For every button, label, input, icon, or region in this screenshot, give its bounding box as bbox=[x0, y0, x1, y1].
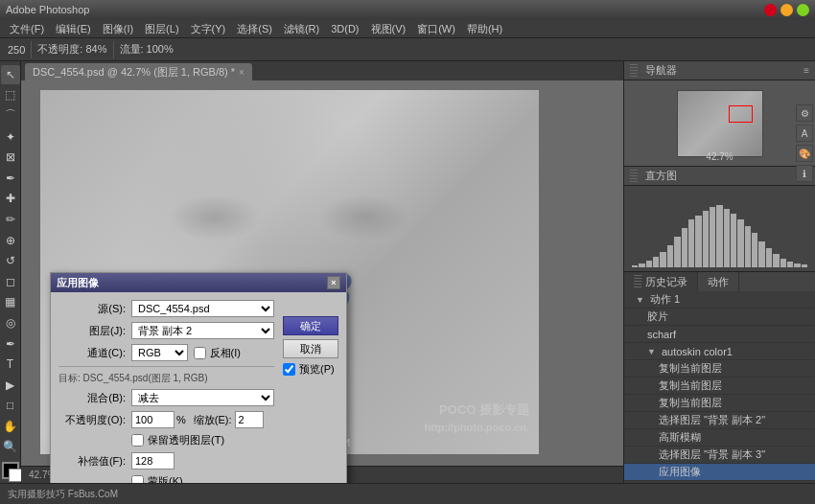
path-select-tool[interactable]: ▶ bbox=[1, 376, 20, 395]
menu-3d[interactable]: 3D(D) bbox=[325, 19, 364, 38]
histogram-bar-0 bbox=[632, 265, 638, 267]
histogram-bar-3 bbox=[653, 257, 659, 267]
invert-label: 反相(I) bbox=[210, 346, 241, 360]
history-item-label: 选择图层 "背景 副本 2" bbox=[659, 413, 765, 427]
tab-actions[interactable]: 动作 bbox=[698, 272, 739, 291]
close-button[interactable] bbox=[764, 4, 777, 16]
menu-select[interactable]: 选择(S) bbox=[231, 19, 278, 38]
menu-layer[interactable]: 图层(L) bbox=[139, 19, 184, 38]
histogram-bar-6 bbox=[674, 237, 680, 267]
history-item-label: 胶片 bbox=[647, 309, 668, 324]
invert-checkbox[interactable] bbox=[194, 347, 206, 359]
marquee-tool[interactable]: ⬚ bbox=[1, 86, 20, 105]
invert-row: 反相(I) bbox=[194, 346, 241, 360]
nav-zoom-value: 42.7% bbox=[706, 151, 733, 162]
dialog-close-button[interactable]: × bbox=[327, 276, 340, 289]
gradient-tool[interactable]: ▦ bbox=[1, 293, 20, 312]
menu-window[interactable]: 窗口(W) bbox=[411, 19, 461, 38]
dodge-tool[interactable]: ◎ bbox=[1, 313, 20, 332]
nav-settings-icon[interactable]: ⚙ bbox=[796, 104, 813, 122]
separator bbox=[31, 41, 32, 58]
eyedropper-tool[interactable]: ✒ bbox=[1, 169, 20, 188]
menu-view[interactable]: 视图(V) bbox=[365, 19, 412, 38]
histogram-grip bbox=[630, 170, 638, 183]
history-panel: 历史记录 动作 ▼动作 1胶片scharf▼autoskin color1复制当… bbox=[624, 272, 815, 483]
menu-edit[interactable]: 编辑(E) bbox=[50, 19, 97, 38]
layer-select[interactable]: 背景 副本 2 bbox=[131, 322, 274, 339]
heal-tool[interactable]: ✚ bbox=[1, 190, 20, 209]
opacity-input[interactable] bbox=[131, 411, 175, 428]
navigator-menu-icon[interactable]: ≡ bbox=[803, 65, 809, 76]
history-item-5[interactable]: 复制当前图层 bbox=[624, 378, 815, 395]
opacity-unit: % bbox=[176, 414, 186, 425]
tab-history[interactable]: 历史记录 bbox=[624, 272, 698, 291]
options-bar: 250 不透明度: 84% 流量: 100% bbox=[0, 38, 815, 61]
shape-tool[interactable]: □ bbox=[1, 397, 20, 416]
pen-tool[interactable]: ✒ bbox=[1, 334, 20, 354]
mask-row: 蒙版(K)... bbox=[58, 474, 274, 483]
text-tool[interactable]: T bbox=[1, 355, 20, 374]
clone-tool[interactable]: ⊕ bbox=[1, 231, 20, 250]
brush-tool[interactable]: ✏ bbox=[1, 210, 20, 229]
dialog-cancel-button[interactable]: 取消 bbox=[283, 339, 338, 358]
nav-zoom-in-icon[interactable]: A bbox=[796, 125, 813, 142]
menu-text[interactable]: 文字(Y) bbox=[185, 19, 232, 38]
history-item-7[interactable]: 选择图层 "背景 副本 2" bbox=[624, 412, 815, 429]
menubar: 文件(F) 编辑(E) 图像(I) 图层(L) 文字(Y) 选择(S) 滤镜(R… bbox=[0, 19, 815, 38]
blend-label: 混合(B): bbox=[58, 391, 126, 405]
history-item-3[interactable]: ▼autoskin color1 bbox=[624, 343, 815, 360]
maximize-button[interactable] bbox=[797, 4, 809, 16]
crop-tool[interactable]: ⊠ bbox=[1, 148, 20, 167]
history-brush-tool[interactable]: ↺ bbox=[1, 251, 20, 270]
preview-checkbox[interactable] bbox=[283, 363, 295, 376]
histogram-bar-14 bbox=[731, 214, 736, 267]
source-select[interactable]: DSC_4554.psd bbox=[131, 300, 274, 317]
minimize-button[interactable] bbox=[780, 4, 793, 16]
nav-info-icon[interactable]: ℹ bbox=[796, 165, 813, 182]
history-item-9[interactable]: 选择图层 "背景 副本 3" bbox=[624, 447, 815, 464]
foreground-color[interactable] bbox=[2, 462, 19, 479]
blend-row: 混合(B): 减去 bbox=[58, 389, 274, 406]
history-item-4[interactable]: 复制当前图层 bbox=[624, 360, 815, 378]
flow-label: 流量: 100% bbox=[120, 42, 174, 57]
histogram-bar-22 bbox=[787, 262, 793, 267]
menu-image[interactable]: 图像(I) bbox=[97, 19, 139, 38]
history-item-8[interactable]: 高斯模糊 bbox=[624, 429, 815, 447]
menu-filter[interactable]: 滤镜(R) bbox=[278, 19, 325, 38]
channel-select[interactable]: RGB bbox=[131, 344, 188, 361]
mask-checkbox[interactable] bbox=[131, 475, 144, 483]
histogram-title: 直方图 bbox=[645, 169, 677, 183]
canvas-tab-main[interactable]: DSC_4554.psd @ 42.7% (图层 1, RGB/8) * × bbox=[25, 63, 252, 80]
history-item-10[interactable]: 应用图像 bbox=[624, 464, 815, 481]
magic-wand-tool[interactable]: ✦ bbox=[1, 127, 20, 147]
blend-select[interactable]: 减去 bbox=[131, 389, 274, 406]
preserve-checkbox[interactable] bbox=[131, 434, 144, 447]
background-color[interactable] bbox=[9, 469, 22, 482]
zoom-tool[interactable]: 🔍 bbox=[1, 438, 20, 457]
watermark-poco: POCO 摄影专题 http://photo.poco.cn. bbox=[425, 401, 529, 435]
nav-color-icon[interactable]: 🎨 bbox=[796, 145, 813, 162]
history-item-1[interactable]: 胶片 bbox=[624, 309, 815, 326]
dialog-ok-button[interactable]: 确定 bbox=[283, 316, 338, 335]
history-item-label: 选择图层 "背景 副本 3" bbox=[659, 447, 765, 462]
menu-help[interactable]: 帮助(H) bbox=[461, 19, 508, 38]
opacity-row-label: 不透明度(O): bbox=[58, 413, 126, 427]
right-panels: 导航器 ≡ 42.7% ⚙ A 🎨 ℹ bbox=[623, 61, 815, 483]
history-item-0[interactable]: ▼动作 1 bbox=[624, 291, 815, 309]
canvas-tab-close[interactable]: × bbox=[239, 67, 244, 78]
menu-file[interactable]: 文件(F) bbox=[4, 19, 50, 38]
navigator-grip bbox=[630, 64, 638, 78]
lasso-tool[interactable]: ⌒ bbox=[1, 106, 20, 126]
scale-input[interactable] bbox=[235, 411, 264, 428]
opacity-label: 不透明度: 84% bbox=[37, 42, 106, 57]
histogram-bar-1 bbox=[639, 263, 644, 268]
hand-tool[interactable]: ✋ bbox=[1, 417, 20, 436]
move-tool[interactable]: ↖ bbox=[1, 65, 20, 84]
eraser-tool[interactable]: ◻ bbox=[1, 272, 20, 291]
canvas-tab-label: DSC_4554.psd @ 42.7% (图层 1, RGB/8) * bbox=[33, 65, 235, 80]
offset-input[interactable] bbox=[131, 452, 175, 470]
navigator-panel: 导航器 ≡ 42.7% ⚙ A 🎨 ℹ bbox=[624, 61, 815, 167]
history-item-2[interactable]: scharf bbox=[624, 326, 815, 343]
history-item-6[interactable]: 复制当前图层 bbox=[624, 395, 815, 412]
dialog-title-text: 应用图像 bbox=[57, 276, 99, 290]
